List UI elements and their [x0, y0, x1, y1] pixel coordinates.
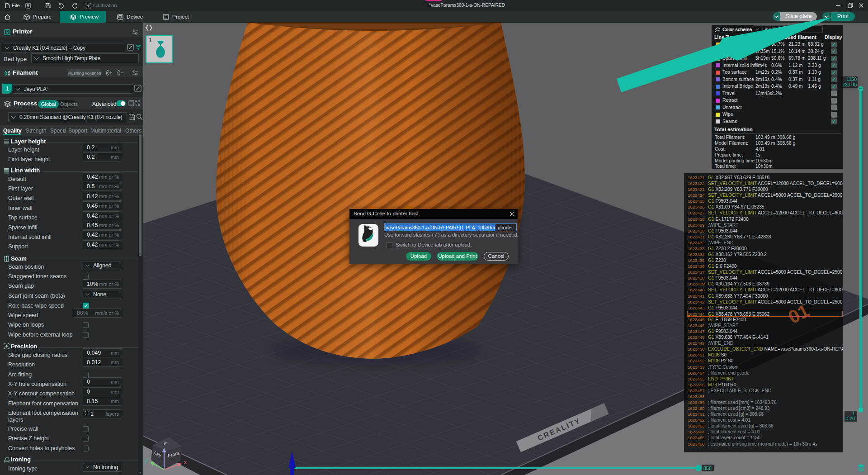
svg-text:1150: 1150	[846, 76, 857, 82]
svg-text:0.20: 0.20	[846, 416, 855, 421]
svg-text:230.00: 230.00	[842, 82, 857, 87]
svg-text:y: y	[145, 457, 147, 464]
svg-text:1: 1	[852, 411, 855, 416]
svg-text:858: 858	[703, 466, 712, 471]
svg-text:x: x	[184, 459, 187, 466]
